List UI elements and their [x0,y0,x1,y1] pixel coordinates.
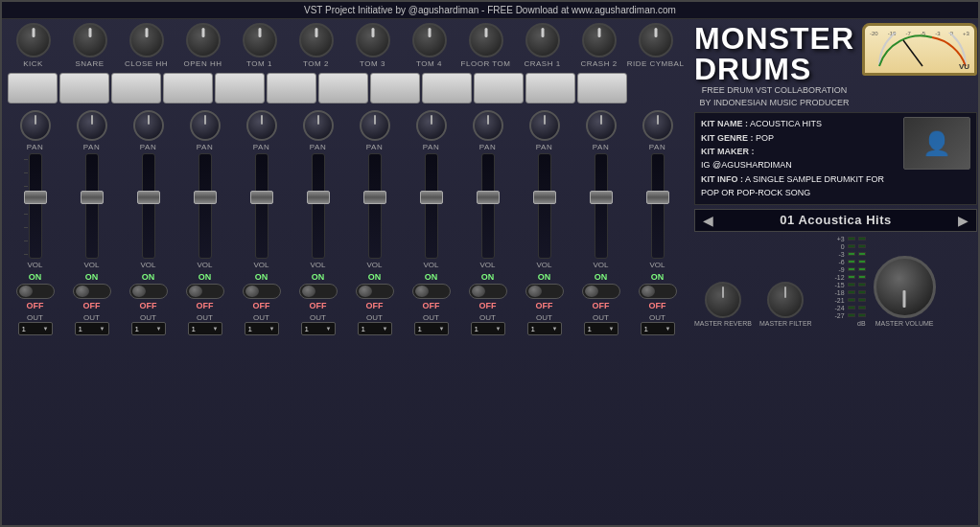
fader-track-crash1[interactable] [538,153,551,259]
fader-handle-crash1[interactable] [533,191,556,204]
pad-tom4[interactable] [370,73,420,103]
tom3-top-knob[interactable] [356,23,390,57]
out-sel-closehh[interactable]: 1 ▼ [131,322,166,335]
toggle-tom1[interactable] [243,284,281,299]
fader-track-tom2[interactable] [312,153,325,259]
pad-floortom[interactable] [422,73,472,103]
tom2-top-knob[interactable] [299,23,334,57]
on-btn-kick[interactable]: ON [8,272,62,282]
toggle-openhh[interactable] [186,284,224,299]
tom1-top-knob[interactable] [243,23,277,57]
fader-handle-openhh[interactable] [194,191,217,204]
pan-knob-tom4[interactable] [416,110,447,141]
off-btn-ridecymbal[interactable]: OFF [630,301,685,310]
out-sel-crash1[interactable]: 1 ▼ [527,322,562,335]
fader-track-kick[interactable] [29,153,42,259]
off-btn-tom1[interactable]: OFF [234,301,289,310]
tom4-top-knob[interactable] [412,23,447,57]
fader-track-closehh[interactable] [142,153,155,259]
snare-top-knob[interactable] [73,23,107,57]
on-btn-snare[interactable]: ON [64,272,119,282]
crash2-top-knob[interactable] [582,23,617,57]
toggle-tom3[interactable] [356,284,394,299]
master-reverb-knob[interactable] [705,282,741,318]
kit-next-button[interactable]: ▶ [958,213,968,228]
fader-handle-floortom[interactable] [477,191,500,204]
master-volume-knob[interactable] [874,256,936,318]
on-btn-tom2[interactable]: ON [291,272,345,282]
fader-handle-tom2[interactable] [307,191,330,204]
out-sel-crash2[interactable]: 1 ▼ [584,322,618,335]
pan-knob-tom3[interactable] [360,110,390,141]
toggle-tom4[interactable] [412,284,451,299]
openhh-top-knob[interactable] [186,23,221,57]
off-btn-floortom[interactable]: OFF [460,301,515,310]
fader-track-crash2[interactable] [595,153,608,259]
pad-tom3[interactable] [318,73,368,103]
pad-crash2[interactable] [525,73,575,103]
pan-knob-snare[interactable] [77,110,107,141]
on-btn-ridecymbal[interactable]: ON [630,272,685,282]
out-sel-tom2[interactable]: 1 ▼ [301,322,336,335]
fader-handle-closehh[interactable] [137,191,160,204]
toggle-floortom[interactable] [469,284,507,299]
on-btn-crash2[interactable]: ON [573,272,628,282]
pan-knob-openhh[interactable] [190,110,221,141]
off-btn-tom2[interactable]: OFF [291,301,345,310]
fader-track-tom4[interactable] [425,153,438,259]
off-btn-tom3[interactable]: OFF [347,301,402,310]
fader-handle-tom3[interactable] [363,191,386,204]
master-filter-knob[interactable] [767,282,804,318]
toggle-crash1[interactable] [525,284,564,299]
toggle-snare[interactable] [73,284,111,299]
off-btn-crash1[interactable]: OFF [517,301,572,310]
fader-handle-tom4[interactable] [420,191,443,204]
pan-knob-crash2[interactable] [586,110,617,141]
pad-openhh[interactable] [163,73,213,103]
pan-knob-floortom[interactable] [473,110,503,141]
off-btn-kick[interactable]: OFF [8,301,62,310]
pan-knob-crash1[interactable] [529,110,560,141]
ridecymbal-top-knob[interactable] [639,23,673,57]
on-btn-tom1[interactable]: ON [234,272,289,282]
off-btn-closehh[interactable]: OFF [121,301,175,310]
fader-handle-tom1[interactable] [250,191,273,204]
pad-closehh[interactable] [111,73,161,103]
pad-tom2[interactable] [267,73,316,103]
fader-handle-ridecymbal[interactable] [646,191,669,204]
off-btn-openhh[interactable]: OFF [177,301,232,310]
fader-track-snare[interactable] [85,153,99,259]
on-btn-floortom[interactable]: ON [460,272,515,282]
off-btn-tom4[interactable]: OFF [404,301,458,310]
on-btn-openhh[interactable]: ON [177,272,232,282]
out-sel-floortom[interactable]: 1 ▼ [471,322,505,335]
pan-knob-closehh[interactable] [133,110,164,141]
fader-handle-snare[interactable] [81,191,104,204]
kit-prev-button[interactable]: ◀ [703,213,713,228]
closehh-top-knob[interactable] [129,23,164,57]
fader-track-floortom[interactable] [481,153,495,259]
out-sel-kick[interactable]: 1 ▼ [18,322,53,335]
off-btn-crash2[interactable]: OFF [573,301,628,310]
fader-track-tom3[interactable] [368,153,382,259]
pad-tom1[interactable] [215,73,265,103]
toggle-crash2[interactable] [582,284,620,299]
off-btn-snare[interactable]: OFF [64,301,119,310]
on-btn-crash1[interactable]: ON [517,272,572,282]
pan-knob-tom2[interactable] [303,110,334,141]
pan-knob-tom1[interactable] [246,110,277,141]
on-btn-tom3[interactable]: ON [347,272,402,282]
fader-handle-kick[interactable] [24,191,47,204]
toggle-closehh[interactable] [129,284,168,299]
pan-knob-kick[interactable] [20,110,51,141]
fader-track-tom1[interactable] [255,153,268,259]
toggle-kick[interactable] [16,284,55,299]
out-sel-openhh[interactable]: 1 ▼ [188,322,222,335]
fader-handle-crash2[interactable] [590,191,613,204]
crash1-top-knob[interactable] [525,23,560,57]
out-sel-ridecymbal[interactable]: 1 ▼ [641,322,675,335]
kick-top-knob[interactable] [16,23,51,57]
fader-track-openhh[interactable] [198,153,212,259]
pad-ridecymbal[interactable] [577,73,627,103]
pan-knob-ridecymbal[interactable] [642,110,673,141]
